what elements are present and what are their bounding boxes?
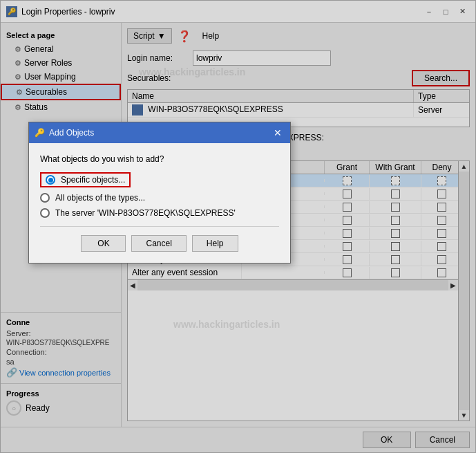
dialog-option-server[interactable]: The server 'WIN-P83OS778EQK\SQLEXPRESS' <box>40 208 279 218</box>
dialog-option-all-types[interactable]: All objects of the types... <box>40 193 279 203</box>
dialog-title-text: 🔑 Add Objects <box>35 128 94 138</box>
main-window: 🔑 Login Properties - lowpriv − □ ✕ Selec… <box>0 0 476 453</box>
dialog-title-bar: 🔑 Add Objects ✕ <box>29 122 290 143</box>
radio-server[interactable] <box>40 208 50 218</box>
option-specific-label: Specific objects... <box>61 175 125 185</box>
option-server-label: The server 'WIN-P83OS778EQK\SQLEXPRESS' <box>55 208 236 218</box>
dialog-title-label: Add Objects <box>49 128 94 138</box>
radio-all-types[interactable] <box>40 193 50 203</box>
dialog-ok-button[interactable]: OK <box>81 235 126 252</box>
dialog-option-specific[interactable]: Specific objects... <box>40 172 131 187</box>
option-all-types-label: All objects of the types... <box>55 193 145 203</box>
dialog-help-button[interactable]: Help <box>192 235 238 252</box>
dialog-buttons: OK Cancel Help <box>40 235 279 252</box>
dialog-content: What objects do you wish to add? Specifi… <box>29 143 290 263</box>
dialog-close-button[interactable]: ✕ <box>271 126 285 140</box>
dialog-separator <box>40 226 279 227</box>
dialog-title-icon: 🔑 <box>35 128 45 138</box>
radio-specific[interactable] <box>46 175 55 185</box>
dialog-cancel-button[interactable]: Cancel <box>131 235 186 252</box>
dialog-question: What objects do you wish to add? <box>40 154 279 164</box>
add-objects-dialog: 🔑 Add Objects ✕ What objects do you wish… <box>28 122 291 264</box>
